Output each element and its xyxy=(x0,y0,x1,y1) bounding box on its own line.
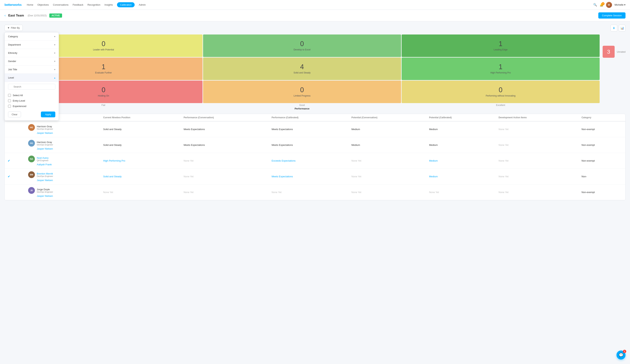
row-perf-cal-0: Meets Expectations xyxy=(268,121,348,137)
entry-level-checkbox[interactable] xyxy=(8,99,11,102)
nav-admin[interactable]: Admin xyxy=(139,3,146,6)
filter-jobtitle[interactable]: Job Title ▾ xyxy=(5,66,59,74)
employee-name-link-2[interactable]: Noel Avery xyxy=(37,156,48,159)
row-pot-cal-4: None Yet xyxy=(426,184,496,200)
filter-actions: Clear Apply xyxy=(5,109,59,117)
ninebox-cell-develop-to-excel[interactable]: 0 Develop to Excel xyxy=(203,34,401,57)
back-button[interactable]: ‹ xyxy=(4,14,6,18)
filter-level[interactable]: Level ▴ xyxy=(5,74,59,82)
employees-table: Current Ninebox Position Performance (Co… xyxy=(5,114,625,200)
filter-options: Select All Entry-Level Experienced xyxy=(5,92,59,109)
emp-info-3: Brenton Merritt DevOps Engineer xyxy=(37,172,53,177)
row-check-0 xyxy=(5,121,25,137)
chart-button[interactable]: 📊 xyxy=(619,25,626,32)
row-perf-conv-2: None Yet xyxy=(180,153,268,169)
download-button[interactable]: ⬇ xyxy=(610,25,617,32)
filter-gender[interactable]: Gender ▾ xyxy=(5,57,59,66)
ninebox-link-2[interactable]: High Performing Pro xyxy=(103,159,125,162)
row-employee-3: BM Brenton Merritt DevOps Engineer Jaspe… xyxy=(25,169,100,184)
nav-right: 🔍 🔔 3 M Michelle ▾ xyxy=(593,2,626,8)
row-pot-cal-0: Medium xyxy=(426,121,496,137)
unrated-count[interactable]: 3 xyxy=(602,46,614,58)
manager-link-4[interactable]: Jasper Nielsen xyxy=(37,194,53,197)
notifications[interactable]: 🔔 3 xyxy=(600,3,604,6)
ninebox-cell-limited-progress[interactable]: 0 Limited Progress xyxy=(203,80,401,103)
complete-session-button[interactable]: Complete Session xyxy=(598,12,626,18)
row-pot-conv-0: Medium xyxy=(348,121,426,137)
pot-cal-link-2[interactable]: Medium xyxy=(429,159,438,162)
filter-dropdown: Category ▾ Department ▾ Ethnicity ▾ Gend… xyxy=(4,32,59,120)
nav-home[interactable]: Home xyxy=(27,3,34,6)
apply-button[interactable]: Apply xyxy=(41,112,55,117)
row-ninebox-1: Solid and Steady xyxy=(100,137,180,153)
table-row: JD Jorge Doyle DevOps Engineer Jasper Ni… xyxy=(5,184,625,200)
notification-count: 3 xyxy=(602,2,604,5)
manager-link-2[interactable]: Aaliyah Frank xyxy=(37,163,52,166)
chart-icon: 📊 xyxy=(620,26,624,30)
page-title: East Team xyxy=(8,14,24,18)
table-body: HG Harrison Gray DevOps Engineer Jasper … xyxy=(5,121,625,200)
ninebox-cell-high-performing-pro[interactable]: 1 High Performing Pro xyxy=(402,58,600,80)
search-wrap: 🔍 xyxy=(8,84,55,90)
table-header: Current Ninebox Position Performance (Co… xyxy=(5,114,625,121)
manager-link-0[interactable]: Jasper Nielsen xyxy=(37,132,53,134)
ninebox-cell-performing-without-innovating[interactable]: 0 Performing without Innovating xyxy=(402,80,600,103)
pot-cal-link-3[interactable]: Medium xyxy=(429,175,438,178)
row-dev-2: None Yet xyxy=(496,153,578,169)
emp-info-0: Harrison Gray DevOps Engineer xyxy=(37,125,53,130)
chevron-down-icon: ▾ xyxy=(54,68,55,71)
filter-search-area: 🔍 xyxy=(5,82,59,92)
filter-by-button[interactable]: ▼ Filter By xyxy=(4,25,23,31)
check-icon-2: ✔ xyxy=(8,159,10,162)
row-perf-conv-3: None Yet xyxy=(180,169,268,184)
status-badge: ACTIVE xyxy=(49,14,62,18)
row-pot-conv-1: Medium xyxy=(348,137,426,153)
filter-category[interactable]: Category ▾ xyxy=(5,32,59,41)
level-search-input[interactable] xyxy=(8,84,55,90)
ninebox-link-3[interactable]: Solid and Steady xyxy=(103,175,122,178)
nav-insights[interactable]: Insights xyxy=(104,3,113,6)
nav-objectives[interactable]: Objectives xyxy=(38,3,49,6)
emp-info-2: Noel Avery QA Engineer xyxy=(37,156,48,162)
filter-icon: ▼ xyxy=(7,26,10,29)
experienced-checkbox[interactable] xyxy=(8,105,11,108)
ninebox-cell-solid-and-steady[interactable]: 4 Solid and Steady xyxy=(203,58,401,80)
filter-department[interactable]: Department ▾ xyxy=(5,41,59,49)
chevron-down-icon: ▾ xyxy=(54,35,55,38)
chevron-down-icon: ▾ xyxy=(54,60,55,62)
clear-button[interactable]: Clear xyxy=(8,112,21,117)
row-perf-cal-1: Meets Expectations xyxy=(268,137,348,153)
row-employee-1: HG Harrison Gray DevOps Engineer Jasper … xyxy=(25,137,100,153)
row-check-1 xyxy=(5,137,25,153)
col-perf-conv: Performance (Conversation) xyxy=(180,114,268,121)
download-icon: ⬇ xyxy=(613,26,615,30)
toolbar-right: ⬇ 📊 xyxy=(610,25,626,32)
filter-option-entry-level[interactable]: Entry-Level xyxy=(8,98,55,104)
filter-ethnicity[interactable]: Ethnicity ▾ xyxy=(5,49,59,57)
ninebox-section: 0 Leader with Potential 0 Develop to Exc… xyxy=(4,34,626,110)
top-navigation: betterworks Home Objectives Conversation… xyxy=(0,0,630,10)
avatar[interactable]: M xyxy=(606,2,612,8)
nav-calibration[interactable]: Calibration xyxy=(117,2,134,7)
perf-cal-link-2[interactable]: Exceeds Expectations xyxy=(272,159,296,162)
manager-link-1[interactable]: Jasper Nielsen xyxy=(37,147,53,150)
filter-option-experienced[interactable]: Experienced xyxy=(8,104,55,109)
unrated-label: Unrated xyxy=(617,50,626,53)
select-all-checkbox[interactable] xyxy=(8,94,11,97)
row-perf-cal-4: None Yet xyxy=(268,184,348,200)
nav-conversations[interactable]: Conversations xyxy=(53,3,68,6)
user-name[interactable]: Michelle ▾ xyxy=(614,3,626,6)
search-icon[interactable]: 🔍 xyxy=(593,3,597,6)
perf-cal-link-3[interactable]: Meets Expectations xyxy=(272,175,293,178)
avatar-1: HG xyxy=(28,140,35,146)
col-perf-cal: Performance (Calibrated) xyxy=(268,114,348,121)
row-cat-1: Non-exempt xyxy=(578,137,625,153)
filter-option-select-all[interactable]: Select All xyxy=(8,92,55,98)
nav-recognition[interactable]: Recognition xyxy=(88,3,100,6)
employee-name-link-3[interactable]: Brenton Merritt xyxy=(37,172,53,175)
nav-feedback[interactable]: Feedback xyxy=(72,3,83,6)
ninebox-cell-leading-edge[interactable]: 1 Leading Edge xyxy=(402,34,600,57)
row-pot-cal-1: Medium xyxy=(426,137,496,153)
manager-link-3[interactable]: Jasper Nielsen xyxy=(37,179,53,182)
unrated-box: 3 Unrated xyxy=(602,46,626,58)
